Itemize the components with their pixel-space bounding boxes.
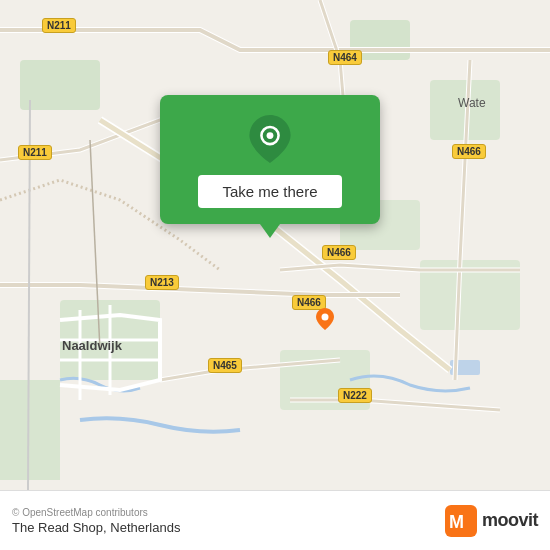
moovit-logo: M moovit xyxy=(445,505,538,537)
take-me-there-button[interactable]: Take me there xyxy=(198,175,341,208)
copyright-text: © OpenStreetMap contributors xyxy=(12,507,180,518)
moovit-text: moovit xyxy=(482,510,538,531)
road-label-n465: N465 xyxy=(208,358,242,373)
svg-rect-1 xyxy=(20,60,100,110)
road-label-n466-right: N466 xyxy=(452,144,486,159)
svg-point-12 xyxy=(267,132,274,139)
road-label-n211-top: N211 xyxy=(42,18,76,33)
footer-bar: © OpenStreetMap contributors The Read Sh… xyxy=(0,490,550,550)
road-label-n466-mid: N466 xyxy=(322,245,356,260)
road-label-n464: N464 xyxy=(328,50,362,65)
moovit-brand-icon: M xyxy=(445,505,477,537)
road-label-n211-left: N211 xyxy=(18,145,52,160)
town-label-naaldwijk: Naaldwijk xyxy=(62,338,122,353)
map-container: N211 N211 N464 N466 N466 N466 N213 N465 … xyxy=(0,0,550,490)
map-popup: Take me there xyxy=(160,95,380,224)
secondary-location-pin xyxy=(316,308,334,334)
location-title: The Read Shop, Netherlands xyxy=(12,520,180,535)
footer-info: © OpenStreetMap contributors The Read Sh… xyxy=(12,507,180,535)
town-label-wate: Wate xyxy=(458,96,486,110)
road-label-n222: N222 xyxy=(338,388,372,403)
svg-rect-8 xyxy=(0,380,60,480)
svg-point-10 xyxy=(322,314,329,321)
svg-text:M: M xyxy=(449,512,464,532)
map-pin-icon xyxy=(246,115,294,163)
road-label-n213: N213 xyxy=(145,275,179,290)
